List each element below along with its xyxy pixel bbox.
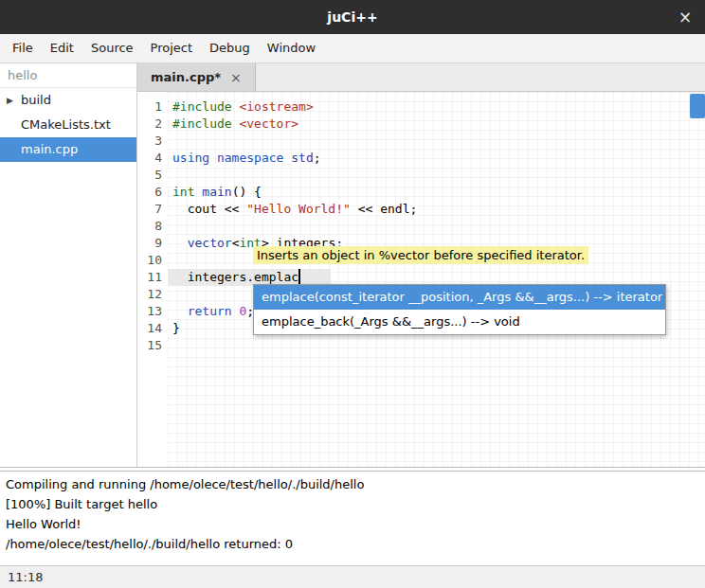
line-number: 5 — [137, 167, 168, 184]
tab-bar: main.cpp* × — [137, 63, 705, 92]
code-token: main — [202, 185, 231, 199]
expander-icon[interactable]: ▶ — [7, 88, 13, 113]
line-number: 7 — [137, 201, 168, 218]
code-token — [172, 236, 188, 250]
code-line[interactable] — [168, 167, 705, 184]
line-number: 6 — [137, 184, 168, 201]
code-line[interactable] — [168, 218, 705, 235]
code-token: return — [188, 304, 232, 318]
tree-item-label: CMakeLists.txt — [21, 117, 111, 132]
code-line[interactable]: cout << "Hello World!" << endl; — [168, 201, 705, 218]
code-token: int — [172, 185, 194, 199]
completion-item[interactable]: emplace(const_iterator __position, _Args… — [254, 285, 665, 310]
code-token: using — [172, 151, 209, 165]
tab-main-cpp[interactable]: main.cpp* × — [137, 63, 256, 91]
code-token — [172, 304, 188, 318]
code-token: <iostream> — [239, 99, 313, 114]
file-tree: ▶buildCMakeLists.txtmain.cpp — [0, 88, 136, 162]
menu-item-project[interactable]: Project — [142, 34, 201, 62]
code-token: "Hello World!" — [246, 202, 351, 216]
code-token: << endl; — [351, 202, 417, 216]
code-line[interactable]: using namespace std; — [168, 150, 705, 167]
line-number: 13 — [137, 303, 168, 320]
code-token: vector — [188, 236, 232, 250]
scrollbar-thumb[interactable] — [690, 94, 705, 118]
line-number: 11 — [137, 269, 168, 286]
tree-item-label: main.cpp — [21, 142, 78, 156]
code-token: integers.emplac — [172, 270, 298, 284]
code-line[interactable]: #include <vector> — [168, 116, 705, 133]
menu-bar: FileEditSourceProjectDebugWindow — [0, 34, 705, 63]
menu-item-window[interactable]: Window — [259, 34, 324, 62]
line-number: 10 — [137, 252, 168, 269]
menu-item-source[interactable]: Source — [82, 34, 142, 62]
sidebar-item-build[interactable]: ▶build — [0, 88, 136, 113]
terminal-line: /home/olece/test/hello/./build/hello ret… — [6, 534, 699, 554]
project-name: hello — [0, 63, 136, 88]
status-bar: 11:18 — [0, 565, 705, 588]
line-number: 2 — [137, 116, 168, 133]
completion-popup: emplace(const_iterator __position, _Args… — [253, 284, 666, 335]
completion-doc-tooltip: Inserts an object in %vector before spec… — [253, 246, 588, 264]
line-number: 14 — [137, 320, 168, 337]
title-bar: juCi++ × — [0, 0, 705, 34]
terminal-line: [100%] Built target hello — [6, 494, 699, 514]
code-token: } — [172, 321, 180, 335]
file-browser: hello ▶buildCMakeLists.txtmain.cpp — [0, 63, 137, 467]
code-line[interactable]: #include <iostream> — [168, 98, 705, 116]
terminal-output: Compiling and running /home/olece/test/h… — [0, 472, 705, 565]
line-number: 4 — [137, 150, 168, 167]
code-line[interactable] — [168, 133, 705, 150]
line-number: 8 — [137, 218, 168, 235]
code-area[interactable]: #include <iostream>#include <vector>usin… — [168, 92, 705, 471]
code-line[interactable]: int main() { — [168, 184, 705, 201]
tab-close-icon[interactable]: × — [230, 70, 242, 85]
completion-item[interactable]: emplace_back(_Args &&__args...) --> void — [254, 310, 665, 334]
code-token: #include — [172, 116, 232, 131]
code-token: cout << — [172, 202, 246, 216]
terminal-line: Compiling and running /home/olece/test/h… — [6, 474, 699, 494]
tab-label: main.cpp* — [151, 70, 221, 84]
terminal-line: Hello World! — [6, 514, 699, 534]
code-token: namespace — [217, 151, 283, 165]
code-token — [209, 151, 217, 165]
sidebar-item-main-cpp[interactable]: main.cpp — [0, 137, 136, 162]
code-token: () { — [232, 185, 262, 199]
window-title: juCi++ — [0, 0, 705, 34]
line-number: 9 — [137, 235, 168, 252]
line-number: 12 — [137, 286, 168, 303]
menu-item-file[interactable]: File — [4, 34, 42, 62]
code-token: <vector> — [239, 116, 298, 131]
code-token: #include — [172, 99, 232, 114]
line-number-gutter: 123456789101112131415 — [137, 92, 168, 471]
code-line[interactable] — [168, 337, 705, 354]
close-button[interactable]: × — [671, 0, 699, 34]
menu-item-debug[interactable]: Debug — [201, 34, 259, 62]
line-number: 3 — [137, 133, 168, 150]
menu-item-edit[interactable]: Edit — [42, 34, 82, 62]
sidebar-item-cmakelists-txt[interactable]: CMakeLists.txt — [0, 113, 136, 137]
tree-item-label: build — [21, 93, 51, 107]
code-token: std — [291, 151, 313, 165]
cursor-position: 11:18 — [8, 570, 43, 584]
line-number: 15 — [137, 337, 168, 354]
text-cursor — [298, 269, 300, 284]
line-number: 1 — [137, 98, 168, 116]
editor: 123456789101112131415 #include <iostream… — [137, 92, 705, 471]
code-token: ; — [314, 151, 321, 165]
